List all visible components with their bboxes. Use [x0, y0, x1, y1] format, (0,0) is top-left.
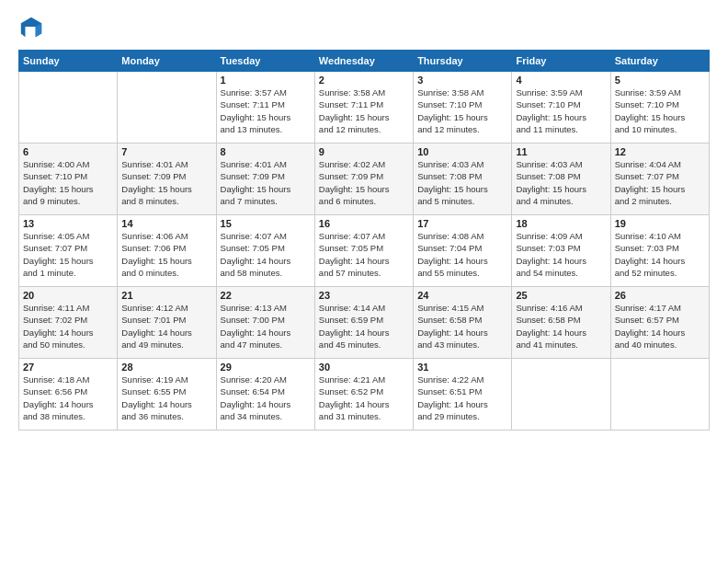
calendar-cell: 10Sunrise: 4:03 AM Sunset: 7:08 PM Dayli…: [414, 144, 512, 215]
day-number: 20: [23, 290, 113, 301]
header: [18, 15, 710, 40]
logo: [18, 15, 48, 40]
calendar-cell: [19, 72, 118, 144]
day-number: 2: [319, 75, 409, 86]
day-number: 9: [319, 146, 409, 157]
day-number: 24: [417, 290, 507, 301]
day-number: 11: [516, 146, 606, 157]
day-info: Sunrise: 4:02 AM Sunset: 7:09 PM Dayligh…: [319, 158, 409, 207]
day-info: Sunrise: 4:04 AM Sunset: 7:07 PM Dayligh…: [615, 158, 705, 207]
day-number: 22: [221, 290, 311, 301]
day-number: 17: [417, 218, 507, 229]
day-info: Sunrise: 4:19 AM Sunset: 6:55 PM Dayligh…: [121, 373, 211, 422]
weekday-header-tuesday: Tuesday: [216, 51, 314, 72]
day-info: Sunrise: 4:00 AM Sunset: 7:10 PM Dayligh…: [23, 158, 113, 207]
calendar-week-5: 27Sunrise: 4:18 AM Sunset: 6:56 PM Dayli…: [19, 359, 710, 431]
weekday-header-sunday: Sunday: [19, 51, 118, 72]
day-info: Sunrise: 4:06 AM Sunset: 7:06 PM Dayligh…: [121, 230, 211, 279]
calendar-cell: 24Sunrise: 4:15 AM Sunset: 6:58 PM Dayli…: [414, 287, 512, 359]
calendar-table: SundayMondayTuesdayWednesdayThursdayFrid…: [18, 50, 710, 431]
calendar-cell: 14Sunrise: 4:06 AM Sunset: 7:06 PM Dayli…: [118, 215, 216, 287]
calendar-cell: 30Sunrise: 4:21 AM Sunset: 6:52 PM Dayli…: [314, 359, 413, 431]
day-info: Sunrise: 4:20 AM Sunset: 6:54 PM Dayligh…: [221, 373, 311, 422]
day-info: Sunrise: 3:58 AM Sunset: 7:11 PM Dayligh…: [319, 86, 409, 135]
weekday-header-friday: Friday: [512, 51, 610, 72]
calendar-cell: 20Sunrise: 4:11 AM Sunset: 7:02 PM Dayli…: [19, 287, 118, 359]
day-info: Sunrise: 4:11 AM Sunset: 7:02 PM Dayligh…: [23, 302, 113, 350]
day-number: 19: [615, 218, 705, 229]
calendar-cell: [512, 359, 610, 431]
calendar-cell: 1Sunrise: 3:57 AM Sunset: 7:11 PM Daylig…: [216, 72, 314, 144]
calendar-cell: 7Sunrise: 4:01 AM Sunset: 7:09 PM Daylig…: [118, 144, 216, 215]
calendar-cell: 25Sunrise: 4:16 AM Sunset: 6:58 PM Dayli…: [512, 287, 610, 359]
day-info: Sunrise: 4:16 AM Sunset: 6:58 PM Dayligh…: [516, 302, 606, 350]
day-number: 7: [121, 146, 211, 157]
day-number: 15: [221, 218, 311, 229]
day-number: 14: [121, 218, 211, 229]
calendar-cell: 26Sunrise: 4:17 AM Sunset: 6:57 PM Dayli…: [610, 287, 709, 359]
calendar-cell: 21Sunrise: 4:12 AM Sunset: 7:01 PM Dayli…: [118, 287, 216, 359]
calendar-cell: 6Sunrise: 4:00 AM Sunset: 7:10 PM Daylig…: [19, 144, 118, 215]
calendar-cell: 8Sunrise: 4:01 AM Sunset: 7:09 PM Daylig…: [216, 144, 314, 215]
day-info: Sunrise: 4:01 AM Sunset: 7:09 PM Dayligh…: [221, 158, 311, 207]
day-number: 16: [319, 218, 409, 229]
day-number: 28: [121, 362, 211, 373]
day-info: Sunrise: 4:03 AM Sunset: 7:08 PM Dayligh…: [417, 158, 507, 207]
day-info: Sunrise: 4:13 AM Sunset: 7:00 PM Dayligh…: [221, 302, 311, 350]
day-number: 21: [121, 290, 211, 301]
day-info: Sunrise: 4:03 AM Sunset: 7:08 PM Dayligh…: [516, 158, 606, 207]
day-number: 3: [417, 75, 507, 86]
day-info: Sunrise: 4:07 AM Sunset: 7:05 PM Dayligh…: [319, 230, 409, 279]
day-number: 26: [615, 290, 705, 301]
day-number: 13: [23, 218, 113, 229]
calendar-cell: 15Sunrise: 4:07 AM Sunset: 7:05 PM Dayli…: [216, 215, 314, 287]
day-info: Sunrise: 4:01 AM Sunset: 7:09 PM Dayligh…: [121, 158, 211, 207]
day-info: Sunrise: 4:22 AM Sunset: 6:51 PM Dayligh…: [417, 373, 507, 422]
calendar-cell: 16Sunrise: 4:07 AM Sunset: 7:05 PM Dayli…: [314, 215, 413, 287]
calendar-cell: 18Sunrise: 4:09 AM Sunset: 7:03 PM Dayli…: [512, 215, 610, 287]
day-number: 30: [319, 362, 409, 373]
day-number: 6: [23, 146, 113, 157]
calendar-cell: 13Sunrise: 4:05 AM Sunset: 7:07 PM Dayli…: [19, 215, 118, 287]
day-info: Sunrise: 4:17 AM Sunset: 6:57 PM Dayligh…: [615, 302, 705, 350]
day-info: Sunrise: 4:10 AM Sunset: 7:03 PM Dayligh…: [615, 230, 705, 279]
logo-icon: [18, 15, 44, 40]
calendar-cell: 19Sunrise: 4:10 AM Sunset: 7:03 PM Dayli…: [610, 215, 709, 287]
day-number: 23: [319, 290, 409, 301]
calendar-week-2: 6Sunrise: 4:00 AM Sunset: 7:10 PM Daylig…: [19, 144, 710, 215]
day-number: 25: [516, 290, 606, 301]
weekday-header-row: SundayMondayTuesdayWednesdayThursdayFrid…: [19, 51, 710, 72]
day-info: Sunrise: 3:59 AM Sunset: 7:10 PM Dayligh…: [615, 86, 705, 135]
calendar-cell: 11Sunrise: 4:03 AM Sunset: 7:08 PM Dayli…: [512, 144, 610, 215]
calendar-week-3: 13Sunrise: 4:05 AM Sunset: 7:07 PM Dayli…: [19, 215, 710, 287]
calendar-week-4: 20Sunrise: 4:11 AM Sunset: 7:02 PM Dayli…: [19, 287, 710, 359]
day-number: 31: [417, 362, 507, 373]
day-info: Sunrise: 4:14 AM Sunset: 6:59 PM Dayligh…: [319, 302, 409, 350]
day-info: Sunrise: 3:59 AM Sunset: 7:10 PM Dayligh…: [516, 86, 606, 135]
day-info: Sunrise: 4:09 AM Sunset: 7:03 PM Dayligh…: [516, 230, 606, 279]
weekday-header-thursday: Thursday: [414, 51, 512, 72]
calendar-cell: 2Sunrise: 3:58 AM Sunset: 7:11 PM Daylig…: [314, 72, 413, 144]
day-info: Sunrise: 3:58 AM Sunset: 7:10 PM Dayligh…: [417, 86, 507, 135]
day-info: Sunrise: 4:18 AM Sunset: 6:56 PM Dayligh…: [23, 373, 113, 422]
calendar-cell: 4Sunrise: 3:59 AM Sunset: 7:10 PM Daylig…: [512, 72, 610, 144]
day-info: Sunrise: 4:12 AM Sunset: 7:01 PM Dayligh…: [121, 302, 211, 350]
day-number: 18: [516, 218, 606, 229]
weekday-header-monday: Monday: [118, 51, 216, 72]
day-number: 5: [615, 75, 705, 86]
day-info: Sunrise: 4:08 AM Sunset: 7:04 PM Dayligh…: [417, 230, 507, 279]
day-number: 29: [221, 362, 311, 373]
weekday-header-wednesday: Wednesday: [314, 51, 413, 72]
calendar-cell: 27Sunrise: 4:18 AM Sunset: 6:56 PM Dayli…: [19, 359, 118, 431]
day-info: Sunrise: 4:07 AM Sunset: 7:05 PM Dayligh…: [221, 230, 311, 279]
day-info: Sunrise: 4:15 AM Sunset: 6:58 PM Dayligh…: [417, 302, 507, 350]
day-info: Sunrise: 4:21 AM Sunset: 6:52 PM Dayligh…: [319, 373, 409, 422]
day-number: 8: [221, 146, 311, 157]
calendar-cell: 12Sunrise: 4:04 AM Sunset: 7:07 PM Dayli…: [610, 144, 709, 215]
day-number: 1: [221, 75, 311, 86]
day-number: 10: [417, 146, 507, 157]
calendar-cell: [610, 359, 709, 431]
calendar-cell: 3Sunrise: 3:58 AM Sunset: 7:10 PM Daylig…: [414, 72, 512, 144]
calendar-week-1: 1Sunrise: 3:57 AM Sunset: 7:11 PM Daylig…: [19, 72, 710, 144]
calendar-cell: [118, 72, 216, 144]
